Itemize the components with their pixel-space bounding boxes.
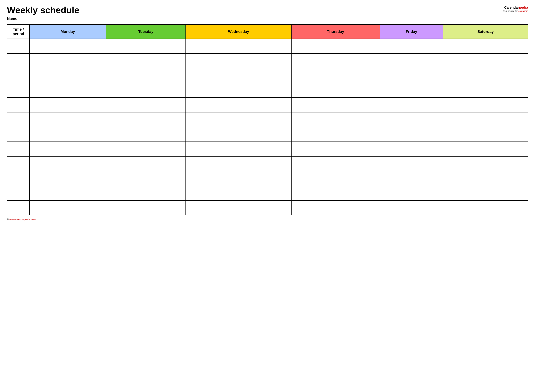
schedule-cell[interactable] — [186, 98, 291, 112]
schedule-cell[interactable] — [30, 83, 106, 98]
schedule-cell[interactable] — [106, 53, 186, 68]
schedule-cell[interactable] — [291, 98, 380, 112]
schedule-cell[interactable] — [106, 39, 186, 53]
schedule-cell[interactable] — [30, 171, 106, 186]
schedule-cell[interactable] — [106, 83, 186, 98]
time-cell[interactable] — [7, 98, 30, 112]
schedule-cell[interactable] — [30, 127, 106, 142]
schedule-cell[interactable] — [106, 201, 186, 215]
schedule-cell[interactable] — [443, 68, 528, 83]
header-saturday: Saturday — [443, 25, 528, 39]
time-cell[interactable] — [7, 112, 30, 127]
schedule-cell[interactable] — [186, 53, 291, 68]
schedule-cell[interactable] — [443, 142, 528, 156]
schedule-cell[interactable] — [380, 53, 443, 68]
time-cell[interactable] — [7, 201, 30, 215]
schedule-cell[interactable] — [443, 127, 528, 142]
schedule-cell[interactable] — [443, 156, 528, 171]
schedule-cell[interactable] — [106, 112, 186, 127]
schedule-cell[interactable] — [380, 39, 443, 53]
schedule-cell[interactable] — [30, 68, 106, 83]
schedule-cell[interactable] — [186, 201, 291, 215]
schedule-cell[interactable] — [291, 83, 380, 98]
schedule-cell[interactable] — [30, 39, 106, 53]
schedule-cell[interactable] — [380, 142, 443, 156]
schedule-cell[interactable] — [106, 98, 186, 112]
schedule-cell[interactable] — [186, 171, 291, 186]
schedule-cell[interactable] — [380, 68, 443, 83]
schedule-cell[interactable] — [291, 201, 380, 215]
schedule-cell[interactable] — [186, 142, 291, 156]
schedule-cell[interactable] — [186, 39, 291, 53]
table-row — [7, 142, 528, 156]
schedule-cell[interactable] — [443, 186, 528, 201]
schedule-cell[interactable] — [443, 98, 528, 112]
time-cell[interactable] — [7, 142, 30, 156]
header-row: Time / period Monday Tuesday Wednesday T… — [7, 25, 528, 39]
logo-pedia-part: pedia — [519, 5, 528, 9]
schedule-cell[interactable] — [30, 142, 106, 156]
logo-subtitle: Your source for calendars — [502, 10, 528, 13]
time-cell[interactable] — [7, 83, 30, 98]
schedule-cell[interactable] — [186, 127, 291, 142]
table-row — [7, 53, 528, 68]
schedule-cell[interactable] — [443, 201, 528, 215]
logo-subtitle-calendars: calendars — [518, 10, 528, 12]
schedule-cell[interactable] — [380, 83, 443, 98]
schedule-cell[interactable] — [443, 83, 528, 98]
schedule-cell[interactable] — [30, 186, 106, 201]
time-cell[interactable] — [7, 186, 30, 201]
footer-website: www.calendarpedia.com — [9, 218, 36, 221]
schedule-cell[interactable] — [186, 186, 291, 201]
header-monday: Monday — [30, 25, 106, 39]
schedule-cell[interactable] — [106, 186, 186, 201]
schedule-cell[interactable] — [291, 186, 380, 201]
schedule-cell[interactable] — [30, 201, 106, 215]
schedule-cell[interactable] — [291, 112, 380, 127]
schedule-cell[interactable] — [380, 156, 443, 171]
time-cell[interactable] — [7, 68, 30, 83]
schedule-cell[interactable] — [443, 39, 528, 53]
schedule-cell[interactable] — [380, 98, 443, 112]
footer-copyright: © — [7, 218, 9, 221]
schedule-cell[interactable] — [186, 68, 291, 83]
schedule-cell[interactable] — [291, 68, 380, 83]
time-cell[interactable] — [7, 39, 30, 53]
schedule-body — [7, 39, 528, 215]
schedule-cell[interactable] — [291, 156, 380, 171]
schedule-cell[interactable] — [186, 112, 291, 127]
schedule-cell[interactable] — [186, 83, 291, 98]
schedule-cell[interactable] — [380, 186, 443, 201]
schedule-cell[interactable] — [30, 156, 106, 171]
schedule-cell[interactable] — [106, 127, 186, 142]
schedule-cell[interactable] — [443, 112, 528, 127]
table-row — [7, 112, 528, 127]
schedule-cell[interactable] — [291, 39, 380, 53]
schedule-cell[interactable] — [186, 156, 291, 171]
title-area: Weekly schedule Name: — [7, 5, 79, 21]
schedule-cell[interactable] — [30, 53, 106, 68]
schedule-cell[interactable] — [291, 171, 380, 186]
schedule-cell[interactable] — [443, 53, 528, 68]
header-wednesday: Wednesday — [186, 25, 291, 39]
schedule-cell[interactable] — [106, 156, 186, 171]
schedule-cell[interactable] — [106, 142, 186, 156]
schedule-cell[interactable] — [380, 127, 443, 142]
schedule-cell[interactable] — [291, 127, 380, 142]
schedule-cell[interactable] — [380, 171, 443, 186]
schedule-cell[interactable] — [30, 112, 106, 127]
schedule-cell[interactable] — [30, 98, 106, 112]
time-cell[interactable] — [7, 53, 30, 68]
table-row — [7, 39, 528, 53]
schedule-cell[interactable] — [106, 68, 186, 83]
time-cell[interactable] — [7, 156, 30, 171]
time-cell[interactable] — [7, 127, 30, 142]
time-cell[interactable] — [7, 171, 30, 186]
schedule-cell[interactable] — [106, 171, 186, 186]
schedule-cell[interactable] — [291, 53, 380, 68]
schedule-cell[interactable] — [443, 171, 528, 186]
schedule-cell[interactable] — [380, 112, 443, 127]
schedule-cell[interactable] — [291, 142, 380, 156]
header-tuesday: Tuesday — [106, 25, 186, 39]
schedule-cell[interactable] — [380, 201, 443, 215]
